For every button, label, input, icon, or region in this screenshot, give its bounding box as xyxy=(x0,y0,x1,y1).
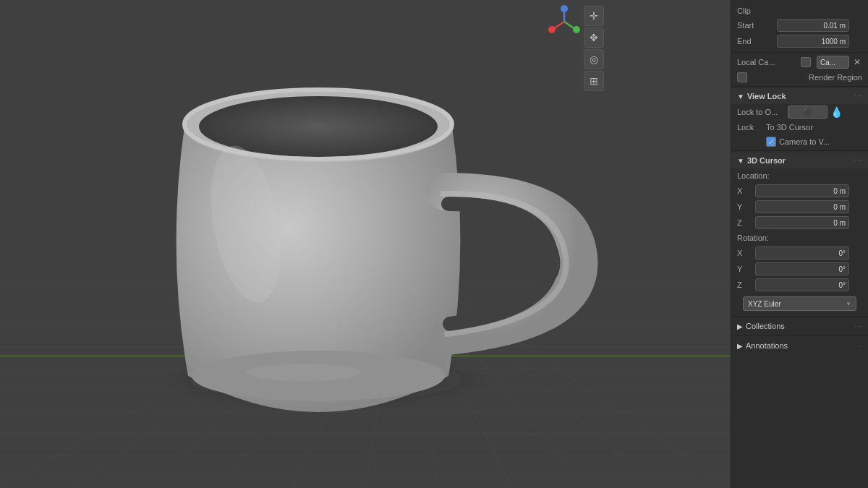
lock-to-object-label: Lock to O... xyxy=(737,108,788,116)
lock-to-3d-cursor-label: To 3D Cursor xyxy=(766,123,813,132)
collections-dots: ··· xyxy=(854,322,862,330)
divider-5 xyxy=(731,335,868,336)
render-region-row: Render Region xyxy=(731,70,868,85)
rotation-z-row: Z xyxy=(731,277,868,293)
render-region-label: Render Region xyxy=(809,73,862,82)
view-lock-arrow: ▼ xyxy=(737,93,744,100)
lock-3d-cursor-row: Lock To 3D Cursor xyxy=(731,120,868,134)
rotation-y-input[interactable] xyxy=(755,262,849,275)
rotation-x-row: X xyxy=(731,245,868,261)
view-lock-dots: ··· xyxy=(854,93,862,100)
3d-viewport[interactable]: ✛ ✥ ◎ ⊞ xyxy=(0,0,731,488)
clip-end-row: End xyxy=(731,33,868,49)
rotation-x-input[interactable] xyxy=(755,247,849,260)
view-lock-header[interactable]: ▼ View Lock ··· xyxy=(731,88,868,104)
lock-icon: ⬛ xyxy=(804,108,812,116)
collections-label: Collections xyxy=(746,322,785,330)
camera-remove-button[interactable]: ✕ xyxy=(852,57,862,67)
move-tool-icon[interactable]: ✥ xyxy=(584,27,604,48)
view-lock-title: View Lock xyxy=(747,92,786,100)
rotation-x-label: X xyxy=(737,249,755,257)
divider-4 xyxy=(731,316,868,317)
location-z-input[interactable] xyxy=(755,216,849,229)
lock-to-object-picker[interactable]: ⬛ xyxy=(788,106,827,119)
annotations-dots: ··· xyxy=(854,342,862,349)
local-camera-label: Local Ca... xyxy=(737,58,798,67)
collections-arrow: ▶ xyxy=(737,322,743,330)
location-x-input[interactable] xyxy=(755,184,849,197)
clip-start-row: Start xyxy=(731,17,868,33)
svg-point-37 xyxy=(548,26,556,33)
euler-mode-dropdown[interactable]: XYZ Euler ▼ xyxy=(743,296,856,311)
location-label-row: Location: xyxy=(731,168,868,183)
location-y-input[interactable] xyxy=(755,200,849,213)
clip-header-row: Clip xyxy=(731,4,868,17)
euler-mode-label: XYZ Euler xyxy=(748,300,781,308)
camera-to-view-checkbox[interactable]: ✓ xyxy=(766,137,776,147)
eyedropper-button[interactable]: 💧 xyxy=(829,106,844,118)
divider-3 xyxy=(731,150,868,151)
3d-cursor-header[interactable]: ▼ 3D Cursor ··· xyxy=(731,153,868,168)
rotation-y-row: Y xyxy=(731,261,868,277)
viewport-gizmo[interactable] xyxy=(546,4,582,40)
clip-section: Clip Start End xyxy=(731,3,868,51)
location-z-row: Z xyxy=(731,215,868,231)
local-camera-row: Local Ca... ✕ xyxy=(731,54,868,70)
camera-to-view-label: Camera to V... xyxy=(779,137,830,146)
3d-cursor-arrow: ▼ xyxy=(737,157,744,165)
svg-point-30 xyxy=(246,364,362,381)
annotations-arrow: ▶ xyxy=(737,342,743,350)
rotation-z-label: Z xyxy=(737,281,755,289)
camera-to-view-row: ✓ Camera to V... xyxy=(731,134,868,149)
clip-start-label: Start xyxy=(737,21,777,30)
location-x-row: X xyxy=(731,183,868,199)
lock-label: Lock xyxy=(737,123,766,132)
camera-tool-icon[interactable]: ◎ xyxy=(584,49,604,69)
camera-name-input[interactable] xyxy=(817,56,849,69)
local-camera-checkbox[interactable] xyxy=(801,57,811,67)
svg-point-35 xyxy=(573,26,580,33)
location-y-label: Y xyxy=(737,202,755,211)
euler-dropdown-container: XYZ Euler ▼ xyxy=(731,293,868,314)
location-z-label: Z xyxy=(737,218,755,227)
properties-panel: Clip Start End Local Ca... ✕ Render Regi… xyxy=(731,0,868,488)
svg-point-33 xyxy=(561,5,568,12)
clip-end-label: End xyxy=(737,37,777,46)
collections-row[interactable]: ▶ Collections ··· xyxy=(731,318,868,334)
rotation-y-label: Y xyxy=(737,265,755,273)
rotation-label: Rotation: xyxy=(737,234,769,242)
3d-cursor-dots: ··· xyxy=(854,157,862,164)
rotation-z-input[interactable] xyxy=(755,278,849,291)
lock-to-object-row: Lock to O... ⬛ 💧 xyxy=(731,104,868,120)
rotation-label-row: Rotation: xyxy=(731,231,868,245)
clip-end-input[interactable] xyxy=(777,35,849,48)
clip-label: Clip xyxy=(737,7,751,15)
divider-1 xyxy=(731,52,868,53)
viewport-toolbar: ✛ ✥ ◎ ⊞ xyxy=(584,6,604,91)
location-x-label: X xyxy=(737,187,755,195)
grid-tool-icon[interactable]: ⊞ xyxy=(584,71,604,91)
location-label: Location: xyxy=(737,171,770,180)
clip-start-input[interactable] xyxy=(777,19,849,32)
render-region-checkbox[interactable] xyxy=(737,72,747,82)
annotations-row[interactable]: ▶ Annotations ··· xyxy=(731,338,868,354)
viewport-canvas xyxy=(0,0,731,488)
3d-cursor-title: 3D Cursor xyxy=(747,156,786,165)
cursor-tool-icon[interactable]: ✛ xyxy=(584,6,604,26)
location-y-row: Y xyxy=(731,199,868,215)
annotations-label: Annotations xyxy=(746,341,788,350)
divider-2 xyxy=(731,86,868,87)
dropdown-chevron-icon: ▼ xyxy=(846,301,851,307)
